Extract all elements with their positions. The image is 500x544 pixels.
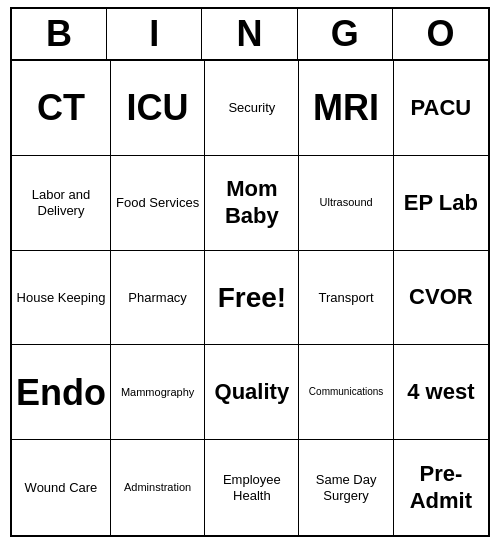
header-letter-i: I — [107, 9, 202, 59]
bingo-cell-15: Endo — [12, 345, 111, 440]
bingo-cell-0: CT — [12, 61, 111, 156]
bingo-cell-8: Ultrasound — [299, 156, 393, 251]
bingo-cell-17: Quality — [205, 345, 299, 440]
bingo-cell-9: EP Lab — [394, 156, 488, 251]
bingo-cell-16: Mammography — [111, 345, 205, 440]
bingo-cell-3: MRI — [299, 61, 393, 156]
bingo-cell-13: Transport — [299, 251, 393, 346]
bingo-cell-18: Communications — [299, 345, 393, 440]
bingo-cell-4: PACU — [394, 61, 488, 156]
header-letter-n: N — [202, 9, 297, 59]
bingo-cell-19: 4 west — [394, 345, 488, 440]
bingo-grid: CTICUSecurityMRIPACULabor and DeliveryFo… — [12, 61, 488, 535]
bingo-cell-14: CVOR — [394, 251, 488, 346]
bingo-cell-6: Food Services — [111, 156, 205, 251]
bingo-cell-23: Same Day Surgery — [299, 440, 393, 535]
bingo-cell-1: ICU — [111, 61, 205, 156]
bingo-cell-24: Pre-Admit — [394, 440, 488, 535]
header-letter-g: G — [298, 9, 393, 59]
bingo-cell-22: Employee Health — [205, 440, 299, 535]
bingo-cell-20: Wound Care — [12, 440, 111, 535]
bingo-header: BINGO — [12, 9, 488, 61]
bingo-cell-21: Adminstration — [111, 440, 205, 535]
bingo-cell-11: Pharmacy — [111, 251, 205, 346]
bingo-cell-10: House Keeping — [12, 251, 111, 346]
bingo-cell-7: Mom Baby — [205, 156, 299, 251]
bingo-cell-12: Free! — [205, 251, 299, 346]
bingo-card: BINGO CTICUSecurityMRIPACULabor and Deli… — [10, 7, 490, 537]
bingo-cell-2: Security — [205, 61, 299, 156]
header-letter-o: O — [393, 9, 488, 59]
bingo-cell-5: Labor and Delivery — [12, 156, 111, 251]
header-letter-b: B — [12, 9, 107, 59]
